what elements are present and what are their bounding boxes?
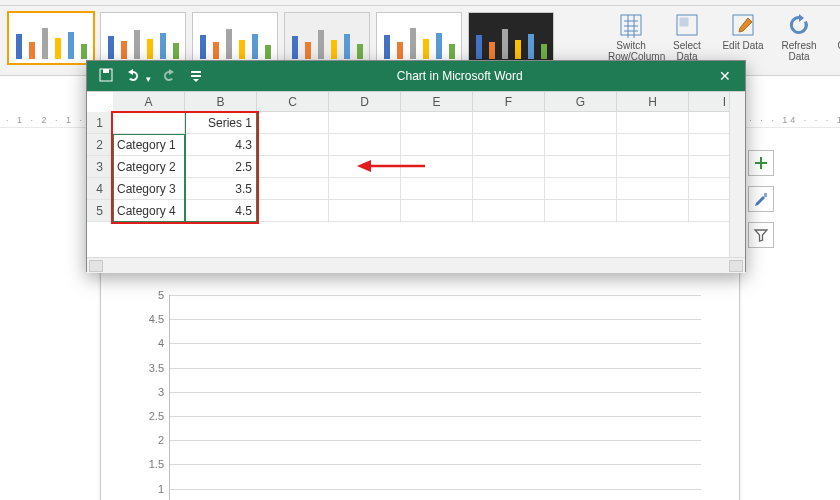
- column-header[interactable]: G: [545, 92, 617, 112]
- chart-ytick-label: 2: [136, 434, 170, 446]
- chart-style-thumb[interactable]: [376, 12, 462, 64]
- ribbon-data-group: Switch Row/Column Select Data Edit Data …: [600, 6, 840, 62]
- cell-D4[interactable]: [329, 178, 401, 200]
- excel-data-window: ▾ Chart in Microsoft Word ✕ ABCDEFGHI 12…: [86, 60, 746, 272]
- cell-C1[interactable]: [257, 112, 329, 134]
- chart-style-thumb[interactable]: [192, 12, 278, 64]
- cell-E5[interactable]: [401, 200, 473, 222]
- svg-rect-10: [191, 71, 201, 73]
- column-header[interactable]: C: [257, 92, 329, 112]
- cell-H4[interactable]: [617, 178, 689, 200]
- chart-plot-area[interactable]: 11.522.533.544.55: [169, 295, 701, 500]
- column-header[interactable]: B: [185, 92, 257, 112]
- chart-ytick-label: 2.5: [136, 410, 170, 422]
- chart-style-thumb[interactable]: [284, 12, 370, 64]
- cell-C2[interactable]: [257, 134, 329, 156]
- excel-grid[interactable]: ABCDEFGHI 12345 Series 1Category 14.3Cat…: [87, 91, 745, 257]
- svg-rect-2: [680, 18, 688, 26]
- cell-C4[interactable]: [257, 178, 329, 200]
- cell-F5[interactable]: [473, 200, 545, 222]
- edit-data-button[interactable]: Edit Data: [720, 12, 766, 62]
- cell-D5[interactable]: [329, 200, 401, 222]
- undo-icon[interactable]: ▾: [125, 68, 151, 85]
- chart-elements-button[interactable]: [748, 150, 774, 176]
- brush-icon: [753, 191, 769, 207]
- column-header[interactable]: H: [617, 92, 689, 112]
- cell-C5[interactable]: [257, 200, 329, 222]
- plus-icon: [753, 155, 769, 171]
- scroll-right-button[interactable]: [729, 260, 743, 272]
- customize-qat-icon[interactable]: [189, 68, 203, 85]
- cell-G4[interactable]: [545, 178, 617, 200]
- cell-G2[interactable]: [545, 134, 617, 156]
- redo-icon[interactable]: [163, 68, 177, 85]
- save-icon[interactable]: [99, 68, 113, 85]
- chart-object[interactable]: 11.522.533.544.55: [129, 275, 711, 500]
- excel-titlebar[interactable]: ▾ Chart in Microsoft Word ✕: [87, 61, 745, 91]
- excel-vscrollbar[interactable]: [729, 92, 745, 257]
- column-header[interactable]: D: [329, 92, 401, 112]
- row-header[interactable]: 1: [87, 112, 113, 134]
- row-header[interactable]: 5: [87, 200, 113, 222]
- cell-G3[interactable]: [545, 156, 617, 178]
- cell-F3[interactable]: [473, 156, 545, 178]
- row-header[interactable]: 4: [87, 178, 113, 200]
- chart-style-thumb[interactable]: [8, 12, 94, 64]
- cell-F4[interactable]: [473, 178, 545, 200]
- cell-F2[interactable]: [473, 134, 545, 156]
- chart-ytick-label: 4: [136, 337, 170, 349]
- change-chart-type-button[interactable]: Ch…: [832, 12, 840, 62]
- svg-rect-0: [621, 15, 641, 35]
- column-header[interactable]: F: [473, 92, 545, 112]
- chart-ytick-label: 5: [136, 289, 170, 301]
- chart-style-thumb[interactable]: [100, 12, 186, 64]
- scroll-left-button[interactable]: [89, 260, 103, 272]
- annotation-arrow: [357, 156, 427, 176]
- chart-ytick-label: 1.5: [136, 458, 170, 470]
- cell-H5[interactable]: [617, 200, 689, 222]
- chart-ytick-label: 3.5: [136, 362, 170, 374]
- select-data-button[interactable]: Select Data: [664, 12, 710, 62]
- chart-ytick-label: 3: [136, 386, 170, 398]
- funnel-icon: [753, 227, 769, 243]
- chart-style-thumb[interactable]: [468, 12, 554, 64]
- cell-G1[interactable]: [545, 112, 617, 134]
- cell-G5[interactable]: [545, 200, 617, 222]
- svg-rect-11: [191, 75, 201, 77]
- cell-C3[interactable]: [257, 156, 329, 178]
- cell-H1[interactable]: [617, 112, 689, 134]
- cell-H2[interactable]: [617, 134, 689, 156]
- switch-row-col-button[interactable]: Switch Row/Column: [608, 12, 654, 62]
- chart-ytick-label: 1: [136, 483, 170, 495]
- cell-F1[interactable]: [473, 112, 545, 134]
- cell-D1[interactable]: [329, 112, 401, 134]
- annotation-red-box: [111, 111, 259, 224]
- excel-hscrollbar[interactable]: [87, 257, 745, 273]
- cell-H3[interactable]: [617, 156, 689, 178]
- cell-D2[interactable]: [329, 134, 401, 156]
- cell-E2[interactable]: [401, 134, 473, 156]
- chart-side-buttons: [748, 150, 774, 248]
- chart-filters-button[interactable]: [748, 222, 774, 248]
- cell-E4[interactable]: [401, 178, 473, 200]
- cell-E1[interactable]: [401, 112, 473, 134]
- svg-rect-7: [764, 193, 767, 197]
- chart-ytick-label: 4.5: [136, 313, 170, 325]
- row-header[interactable]: 2: [87, 134, 113, 156]
- chart-styles-button[interactable]: [748, 186, 774, 212]
- excel-window-title: Chart in Microsoft Word: [215, 69, 705, 83]
- svg-rect-9: [103, 69, 109, 73]
- excel-close-button[interactable]: ✕: [705, 68, 745, 84]
- column-header[interactable]: E: [401, 92, 473, 112]
- column-header[interactable]: A: [113, 92, 185, 112]
- row-header[interactable]: 3: [87, 156, 113, 178]
- refresh-data-button[interactable]: Refresh Data: [776, 12, 822, 62]
